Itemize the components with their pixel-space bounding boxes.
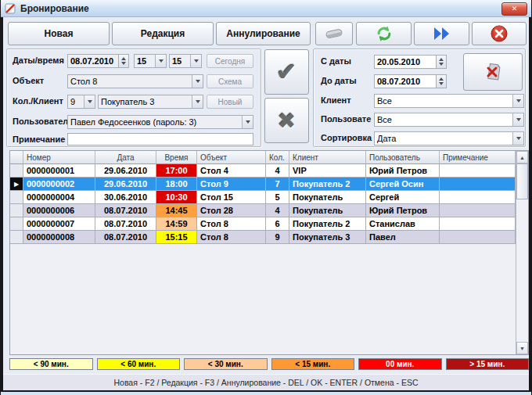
cell-client[interactable]: Покупатель 2 [289, 178, 366, 191]
cell-number[interactable]: 0000000001 [23, 164, 95, 178]
note-input[interactable] [67, 133, 253, 145]
column-header[interactable]: Пользователь [366, 151, 440, 164]
cell-note[interactable] [440, 231, 516, 244]
cell-user[interactable]: Павел [366, 231, 440, 244]
hour-combo[interactable]: 15 [134, 54, 167, 68]
to-date-spinner[interactable] [437, 74, 447, 88]
discard-button[interactable]: ✖ [264, 98, 309, 143]
qty-combo[interactable]: 9 [67, 95, 95, 109]
cell-note[interactable] [440, 191, 516, 204]
row-indicator[interactable] [10, 217, 23, 231]
cell-object[interactable]: Стол 15 [197, 191, 266, 204]
cell-date[interactable]: 30.06.2010 [95, 191, 156, 204]
table-row[interactable]: 000000000708.07.201014:59Стол 86Покупате… [10, 217, 516, 231]
cell-date[interactable]: 08.07.2010 [95, 204, 156, 217]
edit-button[interactable]: Редакция [112, 22, 214, 45]
cell-number[interactable]: 0000000004 [23, 191, 95, 204]
from-date-field[interactable]: 20.05.2010 [374, 55, 437, 69]
cell-time[interactable]: 14:45 [156, 204, 197, 217]
cell-number[interactable]: 0000000007 [23, 217, 95, 231]
row-indicator[interactable] [10, 204, 23, 217]
row-indicator[interactable] [10, 164, 23, 178]
close-icon[interactable]: ✕ [501, 2, 527, 16]
cell-qty[interactable]: 4 [266, 164, 289, 178]
minute-combo[interactable]: 15 [169, 54, 202, 68]
filter-client-combo[interactable]: Все [374, 94, 524, 108]
cell-client[interactable]: Покупатель 2 [289, 217, 366, 231]
cell-user[interactable]: Юрий Петров [366, 164, 440, 178]
chevron-down-icon[interactable] [155, 55, 166, 67]
scroll-up-icon[interactable]: ▲ [516, 151, 528, 163]
column-header[interactable]: Клиент [289, 151, 366, 164]
cell-note[interactable] [440, 178, 516, 191]
column-header[interactable]: Дата [95, 151, 156, 164]
scheme-button[interactable]: Схема [207, 74, 253, 88]
from-date-spinner[interactable] [437, 55, 447, 69]
cell-time[interactable]: 14:59 [156, 217, 197, 231]
cell-time[interactable]: 17:00 [156, 164, 197, 178]
vertical-scrollbar[interactable]: ▲ ▼ [516, 151, 528, 354]
cell-number[interactable]: 0000000002 [23, 178, 95, 191]
cell-date[interactable]: 29.06.2010 [95, 178, 156, 191]
cell-user[interactable]: Сергей Осин [366, 178, 440, 191]
cell-qty[interactable]: 6 [266, 217, 289, 231]
cell-object[interactable]: Стол 28 [197, 204, 266, 217]
chevron-down-icon[interactable] [84, 95, 95, 108]
cell-client[interactable]: Покупатель 3 [289, 231, 366, 244]
chevron-down-icon[interactable] [242, 116, 253, 128]
chevron-down-icon[interactable] [190, 55, 201, 67]
cell-date[interactable]: 08.07.2010 [95, 217, 156, 231]
scrollbar-thumb[interactable] [516, 163, 528, 199]
booking-date-spinner[interactable] [119, 54, 129, 68]
sort-combo[interactable]: Дата [374, 131, 524, 145]
chevron-down-icon[interactable] [512, 95, 523, 107]
cell-date[interactable]: 29.06.2010 [95, 164, 156, 178]
cell-note[interactable] [440, 217, 516, 231]
chevron-down-icon[interactable] [512, 132, 523, 145]
column-header[interactable]: Объект [197, 151, 266, 164]
cell-object[interactable]: Стол 8 [197, 217, 266, 231]
refresh-button[interactable] [356, 22, 412, 45]
today-button[interactable]: Сегодня [207, 54, 253, 68]
cell-client[interactable]: Покупатель [289, 191, 366, 204]
client-combo[interactable]: Покупатель 3 [98, 95, 203, 109]
fast-forward-button[interactable] [414, 22, 469, 45]
cell-time[interactable]: 15:15 [156, 231, 197, 244]
table-row[interactable]: 000000000129.06.201017:00Стол 44VIPЮрий … [10, 164, 516, 178]
cell-note[interactable] [440, 204, 516, 217]
cell-qty[interactable]: 9 [266, 231, 289, 244]
row-indicator[interactable] [10, 231, 23, 244]
cell-number[interactable]: 0000000006 [23, 204, 95, 217]
new-button[interactable]: Новая [8, 22, 110, 45]
new-client-button[interactable]: Новый [207, 95, 253, 109]
row-indicator[interactable]: ▶ [10, 178, 23, 191]
row-indicator[interactable] [10, 191, 23, 204]
table-row[interactable]: 000000000608.07.201014:45Стол 284Покупат… [10, 204, 516, 217]
chevron-down-icon[interactable] [192, 95, 203, 108]
cell-client[interactable]: Покупатель [289, 204, 366, 217]
clear-filter-button[interactable] [463, 53, 523, 91]
cancel-button[interactable] [472, 22, 527, 45]
booking-date-field[interactable]: 08.07.2010 [67, 54, 119, 68]
ok-button[interactable]: ✔ [264, 49, 309, 95]
cell-qty[interactable]: 7 [266, 178, 289, 191]
cell-user[interactable]: Станислав [366, 217, 440, 231]
table-row[interactable]: ▶000000000229.06.201018:00Стол 97Покупат… [10, 178, 516, 191]
column-header[interactable]: Кол. [266, 151, 289, 164]
column-header[interactable]: Примечание [440, 151, 516, 164]
chevron-down-icon[interactable] [512, 113, 523, 126]
cell-number[interactable]: 0000000008 [23, 231, 95, 244]
to-date-field[interactable]: 08.07.2010 [374, 74, 437, 88]
user-combo[interactable]: Павел Федосеенков (пароль: 3) [67, 115, 253, 129]
cell-object[interactable]: Стол 8 [197, 231, 266, 244]
cell-qty[interactable]: 4 [266, 204, 289, 217]
column-header[interactable]: Время [156, 151, 197, 164]
void-button[interactable]: Аннулирование [216, 22, 311, 45]
cell-qty[interactable]: 5 [266, 191, 289, 204]
chevron-down-icon[interactable] [192, 75, 203, 88]
eraser-button[interactable] [315, 22, 353, 45]
cell-client[interactable]: VIP [289, 164, 366, 178]
table-row[interactable]: 000000000430.06.201010:30Стол 155Покупат… [10, 191, 516, 204]
scroll-down-icon[interactable]: ▼ [516, 342, 528, 354]
table-row[interactable]: 000000000808.07.201015:15Стол 89Покупате… [10, 231, 516, 244]
